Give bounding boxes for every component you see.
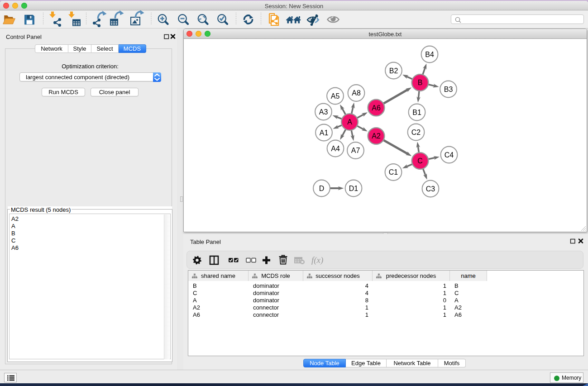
svg-text:A8: A8 <box>352 89 361 97</box>
svg-text:B: B <box>418 79 423 86</box>
svg-text:C1: C1 <box>389 168 398 176</box>
svg-text:f(x): f(x) <box>311 255 323 265</box>
svg-text:B2: B2 <box>389 67 398 75</box>
svg-text:C3: C3 <box>426 185 435 193</box>
svg-text:D: D <box>319 185 325 192</box>
svg-text:C2: C2 <box>411 129 421 136</box>
svg-text:B3: B3 <box>444 86 453 93</box>
svg-text:A5: A5 <box>331 92 340 100</box>
svg-text:A4: A4 <box>331 145 340 152</box>
svg-text:A1: A1 <box>320 129 329 137</box>
svg-text:A: A <box>347 118 352 126</box>
svg-text:A3: A3 <box>319 108 328 116</box>
svg-text:B1: B1 <box>412 109 421 116</box>
svg-text:C4: C4 <box>445 151 454 159</box>
svg-text:C: C <box>417 157 423 165</box>
svg-text:A2: A2 <box>372 132 381 140</box>
svg-text:A6: A6 <box>372 104 381 112</box>
svg-text:D1: D1 <box>349 185 359 192</box>
svg-text:B4: B4 <box>425 51 434 58</box>
svg-text:A7: A7 <box>351 147 360 154</box>
